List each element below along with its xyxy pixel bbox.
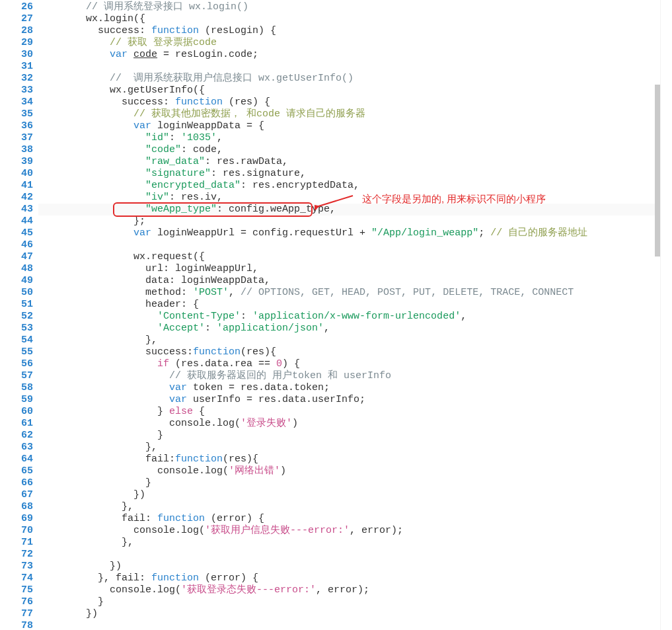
code-line: console.log('获取登录态失败---error:', error); bbox=[50, 584, 660, 596]
line-number: 45 bbox=[0, 227, 38, 239]
line-number: 32 bbox=[0, 73, 38, 85]
code-line bbox=[50, 620, 660, 630]
code-line: // 调用系统获取用户信息接口 wx.getUserInfo() bbox=[50, 73, 660, 85]
code-line: var token = res.data.token; bbox=[50, 382, 660, 394]
line-number: 53 bbox=[0, 323, 38, 335]
line-number: 63 bbox=[0, 442, 38, 453]
code-line: }, bbox=[50, 501, 660, 513]
code-line: }) bbox=[50, 561, 660, 572]
line-number: 62 bbox=[0, 430, 38, 442]
line-number: 78 bbox=[0, 620, 38, 630]
code-line: // 获取其他加密数据， 和code 请求自己的服务器 bbox=[50, 108, 660, 120]
code-line: }, bbox=[50, 442, 660, 453]
line-number: 44 bbox=[0, 216, 38, 227]
code-line: } bbox=[50, 477, 660, 489]
line-number: 37 bbox=[0, 132, 38, 144]
code-line: "signature": res.signature, bbox=[50, 168, 660, 180]
code-line: "weApp_type": config.weApp_type, bbox=[50, 204, 660, 216]
code-line: }, fail: function (error) { bbox=[50, 572, 660, 584]
code-line: "raw_data": res.rawData, bbox=[50, 156, 660, 168]
code-line: console.log('网络出错') bbox=[50, 465, 660, 477]
line-number: 75 bbox=[0, 584, 38, 596]
line-number: 64 bbox=[0, 453, 38, 465]
code-line: var loginWeappData = { bbox=[50, 120, 660, 132]
line-number: 36 bbox=[0, 120, 38, 132]
code-line: "code": code, bbox=[50, 144, 660, 156]
code-line: var loginWeappUrl = config.requestUrl + … bbox=[50, 227, 660, 239]
line-number: 50 bbox=[0, 287, 38, 299]
line-number: 31 bbox=[0, 61, 38, 73]
line-number: 30 bbox=[0, 49, 38, 61]
code-line: fail: function (error) { bbox=[50, 513, 660, 525]
code-line: // 获取 登录票据code bbox=[50, 37, 660, 49]
line-number: 40 bbox=[0, 168, 38, 180]
line-number: 54 bbox=[0, 335, 38, 346]
line-number: 73 bbox=[0, 561, 38, 572]
code-line: wx.request({ bbox=[50, 251, 660, 263]
line-number: 72 bbox=[0, 549, 38, 561]
code-line: if (res.data.rea == 0) { bbox=[50, 358, 660, 370]
line-number: 26 bbox=[0, 1, 38, 13]
scrollbar-thumb[interactable] bbox=[655, 85, 660, 256]
line-number: 67 bbox=[0, 489, 38, 501]
code-line: }) bbox=[50, 608, 660, 620]
line-number-gutter: 2627282930313233343536373839404142434445… bbox=[0, 0, 38, 630]
code-line bbox=[50, 549, 660, 561]
line-number: 38 bbox=[0, 144, 38, 156]
line-number: 43 bbox=[0, 204, 38, 216]
code-line: 'Content-Type': 'application/x-www-form-… bbox=[50, 311, 660, 323]
code-line: var code = resLogin.code; bbox=[50, 49, 660, 61]
code-line: }, bbox=[50, 537, 660, 549]
code-line: wx.getUserInfo({ bbox=[50, 85, 660, 97]
line-number: 55 bbox=[0, 346, 38, 358]
line-number: 77 bbox=[0, 608, 38, 620]
code-line: var userInfo = res.data.userInfo; bbox=[50, 394, 660, 406]
line-number: 76 bbox=[0, 596, 38, 608]
code-line bbox=[50, 61, 660, 73]
code-line: method: 'POST', // OPTIONS, GET, HEAD, P… bbox=[50, 287, 660, 299]
line-number: 46 bbox=[0, 239, 38, 251]
code-editor: 2627282930313233343536373839404142434445… bbox=[0, 0, 661, 630]
code-area[interactable]: // 调用系统登录接口 wx.login() wx.login({ succes… bbox=[38, 0, 660, 630]
line-number: 48 bbox=[0, 263, 38, 275]
line-number: 33 bbox=[0, 85, 38, 97]
line-number: 59 bbox=[0, 394, 38, 406]
line-number: 35 bbox=[0, 108, 38, 120]
code-line: } else { bbox=[50, 406, 660, 418]
code-line: }) bbox=[50, 489, 660, 501]
line-number: 71 bbox=[0, 537, 38, 549]
line-number: 49 bbox=[0, 275, 38, 287]
code-line: // 获取服务器返回的 用户token 和 userInfo bbox=[50, 370, 660, 382]
line-number: 58 bbox=[0, 382, 38, 394]
code-line: url: loginWeappUrl, bbox=[50, 263, 660, 275]
line-number: 70 bbox=[0, 525, 38, 537]
code-line: "iv": res.iv, bbox=[50, 192, 660, 204]
code-line: } bbox=[50, 430, 660, 442]
code-line: success:function(res){ bbox=[50, 346, 660, 358]
line-number: 66 bbox=[0, 477, 38, 489]
line-number: 28 bbox=[0, 25, 38, 37]
code-line: } bbox=[50, 596, 660, 608]
line-number: 69 bbox=[0, 513, 38, 525]
code-line: success: function (resLogin) { bbox=[50, 25, 660, 37]
code-line: header: { bbox=[50, 299, 660, 311]
code-line: }; bbox=[50, 216, 660, 227]
code-line: fail:function(res){ bbox=[50, 453, 660, 465]
line-number: 61 bbox=[0, 418, 38, 430]
line-number: 68 bbox=[0, 501, 38, 513]
line-number: 41 bbox=[0, 180, 38, 192]
code-line: console.log('获取用户信息失败---error:', error); bbox=[50, 525, 660, 537]
line-number: 52 bbox=[0, 311, 38, 323]
line-number: 56 bbox=[0, 358, 38, 370]
line-number: 74 bbox=[0, 572, 38, 584]
code-line: // 调用系统登录接口 wx.login() bbox=[50, 1, 660, 13]
annotation-text: 这个字段是另加的, 用来标识不同的小程序 bbox=[362, 193, 546, 206]
line-number: 51 bbox=[0, 299, 38, 311]
code-line bbox=[50, 239, 660, 251]
line-number: 39 bbox=[0, 156, 38, 168]
code-line: }, bbox=[50, 335, 660, 346]
line-number: 42 bbox=[0, 192, 38, 204]
line-number: 34 bbox=[0, 97, 38, 108]
line-number: 27 bbox=[0, 13, 38, 25]
code-line: "encrypted_data": res.encryptedData, bbox=[50, 180, 660, 192]
